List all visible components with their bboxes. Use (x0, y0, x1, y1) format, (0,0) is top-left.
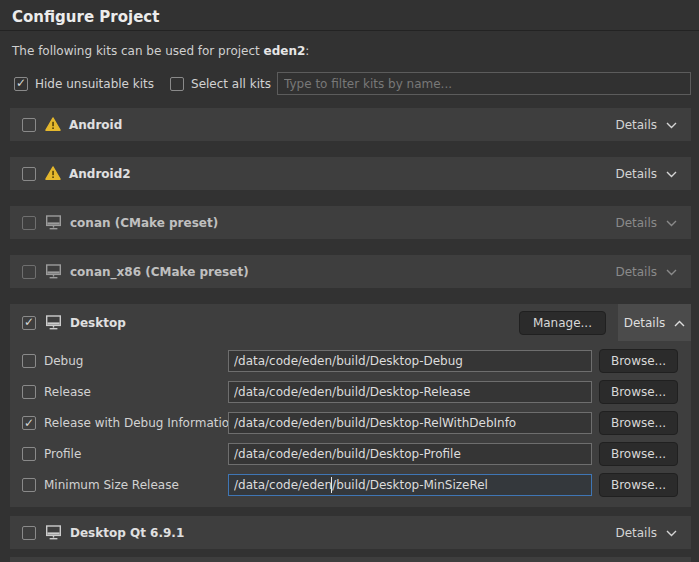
select-all-kits-option[interactable]: Select all kits (170, 77, 271, 91)
desktop-icon (45, 315, 62, 330)
desktop-icon (45, 264, 62, 279)
page-header: Configure Project (0, 0, 699, 31)
details-toggle[interactable]: Details (615, 526, 677, 540)
details-label: Details (615, 118, 657, 132)
kit-section-desktop: ✓ Desktop Manage... Details Debug Browse… (10, 304, 691, 507)
details-toggle[interactable]: Details (615, 265, 677, 279)
build-config-row-debug: Debug Browse... (22, 350, 684, 372)
kit-row-desktop[interactable]: ✓ Desktop Manage... Details (10, 304, 691, 341)
intro-prefix: The following kits can be used for proje… (12, 44, 264, 58)
kit-name: Android (69, 118, 122, 132)
intro-suffix: : (305, 44, 309, 58)
chevron-down-icon (666, 530, 677, 537)
build-config-option[interactable]: Profile (22, 447, 228, 461)
kit-list: Android Details Android2 Details conan (… (10, 108, 691, 562)
details-toggle[interactable]: Details (615, 167, 677, 181)
kit-checkbox[interactable] (22, 216, 36, 230)
build-config-row-release: Release Browse... (22, 381, 684, 403)
checkmark-icon: ✓ (24, 417, 34, 429)
select-all-kits-label: Select all kits (191, 77, 271, 91)
kit-checkbox[interactable]: ✓ (22, 316, 36, 330)
browse-button[interactable]: Browse... (599, 380, 678, 404)
build-config-option[interactable]: Minimum Size Release (22, 478, 228, 492)
build-dir-input-focused[interactable] (228, 474, 592, 496)
build-dir-input[interactable] (228, 443, 592, 465)
build-config-label: Profile (44, 447, 81, 461)
build-config-row-minsizerel: Minimum Size Release Browse... (22, 474, 684, 496)
build-config-checkbox[interactable] (22, 354, 36, 368)
build-config-label: Minimum Size Release (44, 478, 179, 492)
kit-filter-bar: ✓ Hide unsuitable kits Select all kits (14, 72, 691, 95)
kit-name: Desktop (70, 316, 126, 330)
text-caret (331, 477, 332, 493)
hide-unsuitable-kits-label: Hide unsuitable kits (35, 77, 154, 91)
build-config-checkbox[interactable] (22, 385, 36, 399)
details-toggle[interactable]: Details (615, 216, 677, 230)
kit-name: Desktop Qt 6.9.1 (70, 526, 184, 540)
chevron-down-icon (666, 171, 677, 178)
details-label: Details (615, 265, 657, 279)
kit-name: conan_x86 (CMake preset) (70, 265, 249, 279)
build-config-row-relwithdebinfo: ✓ Release with Debug Information Browse.… (22, 412, 684, 434)
kit-filter-input[interactable] (277, 72, 691, 95)
build-dir-input[interactable] (228, 350, 592, 372)
details-toggle[interactable]: Details (615, 118, 677, 132)
build-config-option[interactable]: Debug (22, 354, 228, 368)
intro-text: The following kits can be used for proje… (12, 44, 687, 59)
kit-row-android[interactable]: Android Details (10, 108, 691, 141)
hide-unsuitable-kits-option[interactable]: ✓ Hide unsuitable kits (14, 77, 154, 91)
build-config-option[interactable]: Release (22, 385, 228, 399)
chevron-down-icon (666, 122, 677, 129)
build-config-checkbox[interactable]: ✓ (22, 416, 36, 430)
project-name: eden2 (264, 44, 306, 58)
chevron-up-icon (674, 316, 685, 330)
hide-unsuitable-kits-checkbox[interactable]: ✓ (14, 77, 28, 91)
checkmark-icon: ✓ (24, 316, 34, 328)
manage-kits-button[interactable]: Manage... (519, 311, 606, 335)
build-config-checkbox[interactable] (22, 447, 36, 461)
warning-icon (45, 117, 61, 132)
kit-row-android2[interactable]: Android2 Details (10, 157, 691, 190)
build-config-option[interactable]: ✓ Release with Debug Information (22, 416, 228, 430)
kit-checkbox[interactable] (22, 526, 36, 540)
kit-checkbox[interactable] (22, 118, 36, 132)
select-all-kits-checkbox[interactable] (170, 77, 184, 91)
build-config-label: Debug (44, 354, 83, 368)
chevron-down-icon (666, 220, 677, 227)
kit-checkbox[interactable] (22, 265, 36, 279)
browse-button[interactable]: Browse... (599, 442, 678, 466)
kit-row-conan-x86[interactable]: conan_x86 (CMake preset) Details (10, 255, 691, 288)
details-label: Details (624, 316, 666, 330)
kit-name: conan (CMake preset) (70, 216, 218, 230)
build-dir-input[interactable] (228, 412, 592, 434)
browse-button[interactable]: Browse... (599, 411, 678, 435)
checkmark-icon: ✓ (16, 77, 26, 89)
details-toggle-expanded[interactable]: Details (618, 304, 691, 341)
kit-row-partial[interactable] (10, 557, 691, 562)
build-dir-input[interactable] (228, 381, 592, 403)
kit-name: Android2 (69, 167, 131, 181)
build-config-label: Release with Debug Information (44, 416, 237, 430)
details-label: Details (615, 167, 657, 181)
build-config-label: Release (44, 385, 91, 399)
browse-button[interactable]: Browse... (599, 349, 678, 373)
kit-row-conan[interactable]: conan (CMake preset) Details (10, 206, 691, 239)
page-title: Configure Project (12, 8, 687, 26)
desktop-icon (45, 215, 62, 230)
details-label: Details (615, 526, 657, 540)
details-label: Details (615, 216, 657, 230)
kit-checkbox[interactable] (22, 167, 36, 181)
build-config-checkbox[interactable] (22, 478, 36, 492)
kit-row-desktop-qt-691[interactable]: Desktop Qt 6.9.1 Details (10, 516, 691, 549)
desktop-icon (45, 525, 62, 540)
build-config-row-profile: Profile Browse... (22, 443, 684, 465)
warning-icon (45, 166, 61, 181)
chevron-down-icon (666, 269, 677, 276)
browse-button[interactable]: Browse... (599, 473, 678, 497)
